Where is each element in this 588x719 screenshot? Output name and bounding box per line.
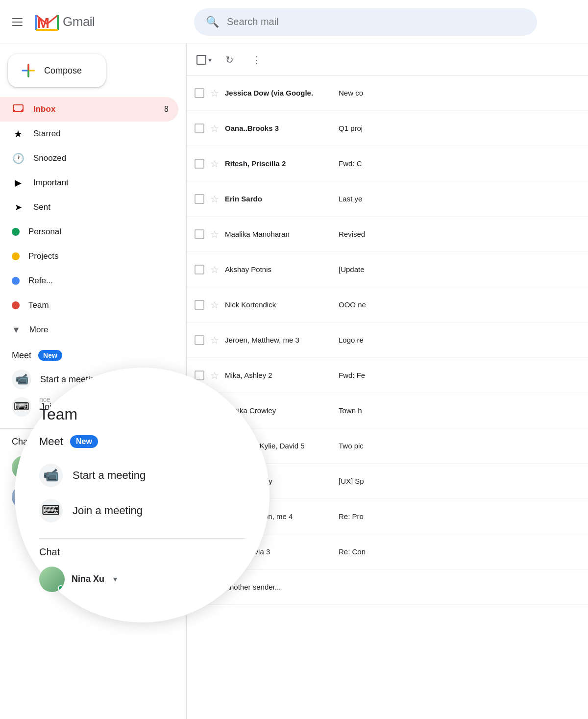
overlay-above-text: nce	[39, 396, 245, 403]
inbox-icon	[12, 103, 24, 116]
star-icon-6[interactable]: ☆	[210, 299, 219, 311]
email-checkbox-8[interactable]	[195, 371, 204, 380]
search-input[interactable]	[227, 16, 525, 27]
email-row[interactable]: ☆ Nick Kortendick OOO ne	[187, 287, 588, 322]
email-checkbox-1[interactable]	[195, 124, 204, 133]
sent-label: Sent	[33, 202, 169, 212]
subject-9: Town h	[339, 406, 580, 415]
sidebar-item-personal[interactable]: Personal	[0, 220, 178, 244]
references-dot	[12, 277, 20, 285]
keyboard-icon: ⌨	[12, 397, 31, 417]
sender-0: Jessica Dow (via Google.	[225, 89, 333, 97]
email-row[interactable]: ☆ Oana..Brooks 3 Q1 proj	[187, 111, 588, 146]
main-content: ▾ ↻ ⋮ ☆ Jessica Dow (via Google. New co …	[186, 44, 588, 719]
email-row[interactable]: ☆ Jessica Dow (via Google. New co	[187, 75, 588, 111]
email-row[interactable]: ☆ Ritesh, Priscilla 2 Fwd: C	[187, 146, 588, 181]
menu-button[interactable]	[8, 14, 26, 30]
email-checkbox-6[interactable]	[195, 300, 204, 310]
overlay-join-label: Join a meeting	[73, 504, 143, 517]
sidebar-item-references[interactable]: Refe...	[0, 269, 178, 293]
select-all-container[interactable]: ▾	[196, 55, 212, 65]
select-dropdown-icon[interactable]: ▾	[208, 56, 212, 64]
subject-6: OOO ne	[339, 300, 580, 309]
email-checkbox-7[interactable]	[195, 335, 204, 345]
sidebar-item-team[interactable]: Team	[0, 293, 178, 318]
overlay-new-badge: New	[70, 435, 98, 448]
snoozed-icon: 🕐	[12, 152, 24, 165]
search-icon: 🔍	[206, 16, 219, 28]
overlay-join-meeting[interactable]: ⌨ Join a meeting	[39, 493, 245, 528]
starred-icon: ★	[12, 127, 24, 140]
toolbar: ▾ ↻ ⋮	[187, 44, 588, 75]
compose-plus-icon	[20, 62, 37, 79]
email-checkbox-4[interactable]	[195, 229, 204, 239]
email-row[interactable]: ☆ Maalika Manoharan Revised	[187, 217, 588, 252]
overlay-meet-header: Meet New	[39, 435, 245, 448]
select-all-checkbox[interactable]	[196, 55, 206, 65]
sidebar-item-inbox[interactable]: Inbox 8	[0, 97, 178, 122]
sidebar-item-important[interactable]: ▶ Important	[0, 171, 178, 195]
sidebar-item-snoozed[interactable]: 🕐 Snoozed	[0, 146, 178, 171]
subject-13: Re: Con	[339, 547, 580, 556]
subject-10: Two pic	[339, 442, 580, 450]
star-icon-0[interactable]: ☆	[210, 87, 219, 99]
search-bar[interactable]: 🔍	[194, 8, 537, 36]
overlay-online-dot	[58, 585, 64, 591]
compose-button[interactable]: Compose	[8, 54, 106, 87]
email-row[interactable]: ☆ Mika, Ashley 2 Fwd: Fe	[187, 358, 588, 393]
video-camera-icon: 📹	[12, 370, 31, 389]
svg-text:M: M	[37, 15, 49, 31]
star-icon-2[interactable]: ☆	[210, 158, 219, 170]
subject-12: Re: Pro	[339, 512, 580, 521]
email-row[interactable]: ☆ Jeroen, Matthew, me 3 Logo re	[187, 322, 588, 358]
email-checkbox-0[interactable]	[195, 88, 204, 98]
email-checkbox-2[interactable]	[195, 159, 204, 169]
subject-5: [Update	[339, 265, 580, 273]
personal-dot	[12, 228, 20, 236]
email-checkbox-3[interactable]	[195, 194, 204, 204]
sidebar-item-starred[interactable]: ★ Starred	[0, 122, 178, 146]
sidebar-item-projects[interactable]: Projects	[0, 244, 178, 269]
sender-6: Nick Kortendick	[225, 300, 333, 309]
more-options-button[interactable]: ⋮	[247, 50, 267, 70]
team-dot	[12, 301, 20, 309]
overlay-video-icon: 📹	[39, 464, 63, 487]
snoozed-label: Snoozed	[33, 153, 169, 163]
star-icon-3[interactable]: ☆	[210, 193, 219, 205]
sender-2: Ritesh, Priscilla 2	[225, 159, 333, 168]
overlay-chat-section: Chat Nina Xu ▾	[39, 538, 245, 595]
email-row[interactable]: ☆ Another sender...	[187, 570, 588, 605]
projects-label: Projects	[28, 251, 169, 261]
gmail-text: Gmail	[63, 14, 95, 29]
meet-header: Meet New	[12, 350, 174, 361]
important-icon: ▶	[12, 176, 24, 189]
refresh-button[interactable]: ↻	[220, 50, 239, 70]
email-row[interactable]: ☆ Erin Sardo Last ye	[187, 181, 588, 217]
star-icon-8[interactable]: ☆	[210, 370, 219, 381]
subject-4: Revised	[339, 230, 580, 238]
email-checkbox-5[interactable]	[195, 265, 204, 274]
meet-title: Meet	[12, 350, 31, 361]
subject-3: Last ye	[339, 195, 580, 203]
overlay-nina-arrow: ▾	[113, 574, 117, 584]
more-button[interactable]: ▼ More	[0, 318, 186, 342]
star-icon-7[interactable]: ☆	[210, 334, 219, 346]
subject-1: Q1 proj	[339, 124, 580, 132]
star-icon-5[interactable]: ☆	[210, 264, 219, 275]
subject-8: Fwd: Fe	[339, 371, 580, 379]
meet-new-badge: New	[38, 350, 62, 361]
email-row[interactable]: ☆ Akshay Potnis [Update	[187, 252, 588, 287]
subject-7: Logo re	[339, 336, 580, 344]
subject-2: Fwd: C	[339, 159, 580, 168]
star-icon-1[interactable]: ☆	[210, 123, 219, 134]
important-label: Important	[33, 178, 169, 188]
star-icon-4[interactable]: ☆	[210, 228, 219, 240]
overlay-nina-user[interactable]: Nina Xu ▾	[39, 564, 245, 595]
subject-0: New co	[339, 89, 580, 97]
chevron-down-icon: ▼	[12, 325, 21, 335]
overlay-start-meeting[interactable]: 📹 Start a meeting	[39, 458, 245, 493]
sidebar-item-sent[interactable]: ➤ Sent	[0, 195, 178, 220]
sender-7: Jeroen, Matthew, me 3	[225, 336, 333, 344]
sender-4: Maalika Manoharan	[225, 230, 333, 238]
inbox-badge: 8	[164, 105, 169, 114]
